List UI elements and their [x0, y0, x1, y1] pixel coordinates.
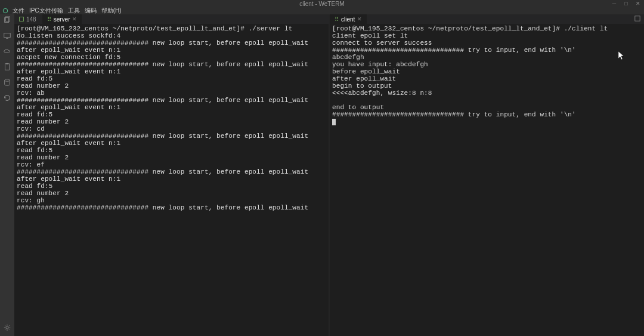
window-controls: ─ □ ✕	[608, 0, 644, 7]
close-icon[interactable]: ✕	[357, 16, 362, 22]
tab-client[interactable]: ⠿ client ✕	[330, 14, 367, 24]
svg-point-0	[3, 8, 8, 13]
svg-rect-3	[4, 33, 11, 38]
menu-ipc[interactable]: IPC文件传输	[27, 7, 65, 15]
client-terminal[interactable]: [root@VM_195_232_centos ~/netproto/test_…	[330, 24, 644, 336]
terminal-tab-icon: ⠿	[335, 16, 339, 23]
maximize-button[interactable]: □	[620, 0, 632, 7]
monitor-icon[interactable]	[2, 31, 12, 41]
clipboard-icon[interactable]	[2, 62, 12, 72]
close-button[interactable]: ✕	[632, 0, 644, 7]
close-icon[interactable]: ✕	[72, 16, 77, 22]
main: 148 ⠿ server ✕ [root@VM_195_232_centos ~…	[0, 14, 644, 336]
right-pane: ⠿ client ✕ [root@VM_195_232_centos ~/net…	[330, 14, 644, 336]
cloud-icon[interactable]	[2, 47, 12, 56]
left-pane: 148 ⠿ server ✕ [root@VM_195_232_centos ~…	[14, 14, 329, 336]
tab-label: server	[54, 16, 70, 23]
app-logo-icon	[2, 8, 8, 14]
window-title: client - WeTERM	[299, 1, 344, 7]
cursor	[332, 119, 336, 125]
svg-point-8	[6, 326, 8, 329]
menu-file[interactable]: 文件	[11, 7, 26, 15]
svg-rect-9	[635, 16, 640, 21]
menu-encoding[interactable]: 编码	[83, 7, 98, 15]
tab-label: client	[341, 16, 355, 23]
tab-server[interactable]: ⠿ server ✕	[42, 14, 82, 24]
menubar: 文件 IPC文件传输 工具 编码 帮助(H)	[0, 7, 644, 14]
settings-icon[interactable]	[2, 323, 12, 332]
expand-icon[interactable]	[634, 16, 644, 23]
left-tabbar: 148 ⠿ server ✕	[14, 14, 329, 24]
svg-rect-6	[6, 63, 8, 64]
minimize-button[interactable]: ─	[608, 0, 620, 7]
svg-rect-1	[5, 18, 9, 23]
panes: 148 ⠿ server ✕ [root@VM_195_232_centos ~…	[14, 14, 644, 336]
tab-148[interactable]: 148	[14, 14, 41, 24]
svg-rect-2	[5, 17, 10, 21]
sidebar	[0, 14, 14, 336]
tab-label: 148	[26, 16, 36, 23]
menu-help[interactable]: 帮助(H)	[100, 7, 123, 15]
menu-tool[interactable]: 工具	[66, 7, 82, 15]
terminal-tab-icon	[19, 17, 24, 21]
server-terminal[interactable]: [root@VM_195_232_centos ~/netproto/test_…	[14, 24, 329, 336]
client-output: [root@VM_195_232_centos ~/netproto/test_…	[332, 25, 608, 118]
terminal-tab-icon: ⠿	[47, 16, 51, 23]
copy-icon[interactable]	[2, 16, 12, 25]
svg-point-7	[5, 79, 10, 82]
refresh-icon[interactable]	[2, 93, 12, 103]
svg-rect-5	[5, 64, 10, 70]
right-tabbar: ⠿ client ✕	[330, 14, 644, 24]
database-icon[interactable]	[2, 78, 12, 87]
